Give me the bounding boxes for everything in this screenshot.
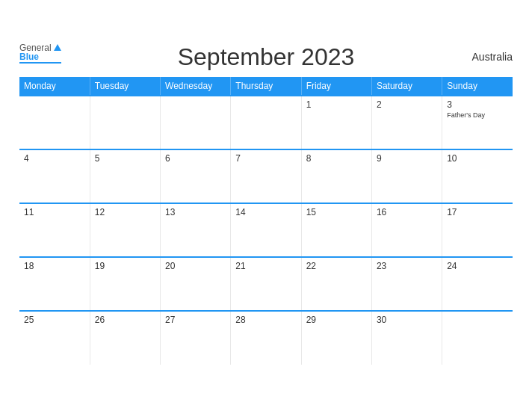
- calendar-day-cell: [161, 96, 231, 149]
- weekday-header: Friday: [301, 77, 371, 96]
- calendar-day-cell: 10: [442, 149, 513, 203]
- calendar-day-cell: 16: [371, 203, 442, 257]
- day-number: 8: [306, 153, 367, 164]
- weekday-header: Thursday: [231, 77, 301, 96]
- day-number: 2: [377, 99, 437, 110]
- day-number: 6: [165, 153, 226, 164]
- day-number: 3: [447, 99, 508, 110]
- day-number: 27: [165, 315, 226, 325]
- day-number: 22: [306, 261, 367, 271]
- calendar-day-cell: 1: [301, 96, 371, 149]
- day-number: 12: [95, 207, 155, 217]
- day-number: 17: [447, 207, 508, 217]
- calendar-day-cell: 11: [19, 203, 90, 257]
- logo: General Blue: [19, 43, 61, 64]
- calendar-day-cell: [442, 311, 513, 365]
- calendar-table: MondayTuesdayWednesdayThursdayFridaySatu…: [19, 77, 513, 365]
- weekday-header: Saturday: [371, 77, 442, 96]
- day-number: 11: [24, 207, 85, 217]
- calendar-week-row: 11121314151617: [19, 203, 513, 257]
- day-number: 30: [377, 315, 437, 325]
- day-number: 24: [447, 261, 508, 271]
- calendar-day-cell: 29: [301, 311, 371, 365]
- calendar-day-cell: 5: [90, 149, 160, 203]
- calendar-day-cell: 28: [231, 311, 301, 365]
- day-number: 19: [95, 261, 155, 271]
- calendar-week-row: 45678910: [19, 149, 513, 203]
- calendar-day-cell: 22: [301, 257, 371, 311]
- calendar-day-cell: 17: [442, 203, 513, 257]
- day-number: 16: [377, 207, 437, 217]
- weekday-header: Tuesday: [90, 77, 160, 96]
- day-number: 13: [165, 207, 226, 217]
- calendar-day-cell: 7: [231, 149, 301, 203]
- weekday-header-row: MondayTuesdayWednesdayThursdayFridaySatu…: [19, 77, 513, 96]
- weekday-header: Sunday: [442, 77, 513, 96]
- calendar-day-cell: 6: [161, 149, 231, 203]
- day-number: 14: [235, 207, 296, 217]
- month-title: September 2023: [178, 43, 355, 71]
- calendar-day-cell: 26: [90, 311, 160, 365]
- calendar-week-row: 123Father's Day: [19, 96, 513, 149]
- calendar-day-cell: 19: [90, 257, 160, 311]
- calendar-day-cell: [231, 96, 301, 149]
- day-number: 21: [235, 261, 296, 271]
- day-number: 1: [306, 99, 367, 110]
- calendar-container: General Blue September 2023 Australia Mo…: [8, 36, 524, 376]
- calendar-day-cell: 14: [231, 203, 301, 257]
- logo-general-text: General: [19, 43, 52, 52]
- logo-blue-text: Blue: [19, 52, 39, 61]
- calendar-day-cell: 3Father's Day: [442, 96, 513, 149]
- weekday-header: Wednesday: [161, 77, 231, 96]
- logo-triangle-icon: [54, 44, 61, 51]
- day-number: 9: [377, 153, 437, 164]
- day-number: 25: [24, 315, 85, 325]
- calendar-day-cell: 4: [19, 149, 90, 203]
- holiday-label: Father's Day: [447, 111, 508, 119]
- calendar-day-cell: [19, 96, 90, 149]
- calendar-day-cell: 9: [371, 149, 442, 203]
- day-number: 29: [306, 315, 367, 325]
- calendar-day-cell: 24: [442, 257, 513, 311]
- day-number: 7: [235, 153, 296, 164]
- day-number: 23: [377, 261, 437, 271]
- calendar-day-cell: 23: [371, 257, 442, 311]
- calendar-day-cell: 15: [301, 203, 371, 257]
- calendar-day-cell: 27: [161, 311, 231, 365]
- day-number: 26: [95, 315, 155, 325]
- calendar-day-cell: 13: [161, 203, 231, 257]
- calendar-day-cell: [90, 96, 160, 149]
- day-number: 5: [95, 153, 155, 164]
- calendar-day-cell: 25: [19, 311, 90, 365]
- country-label: Australia: [472, 51, 513, 63]
- calendar-week-row: 18192021222324: [19, 257, 513, 311]
- calendar-day-cell: 18: [19, 257, 90, 311]
- day-number: 15: [306, 207, 367, 217]
- weekday-header: Monday: [19, 77, 90, 96]
- day-number: 18: [24, 261, 85, 271]
- calendar-day-cell: 21: [231, 257, 301, 311]
- calendar-day-cell: 20: [161, 257, 231, 311]
- calendar-week-row: 252627282930: [19, 311, 513, 365]
- day-number: 28: [235, 315, 296, 325]
- day-number: 10: [447, 153, 508, 164]
- calendar-day-cell: 12: [90, 203, 160, 257]
- day-number: 4: [24, 153, 85, 164]
- logo-underline: [19, 62, 61, 64]
- day-number: 20: [165, 261, 226, 271]
- calendar-day-cell: 8: [301, 149, 371, 203]
- calendar-day-cell: 30: [371, 311, 442, 365]
- calendar-header: General Blue September 2023 Australia: [19, 43, 513, 71]
- calendar-day-cell: 2: [371, 96, 442, 149]
